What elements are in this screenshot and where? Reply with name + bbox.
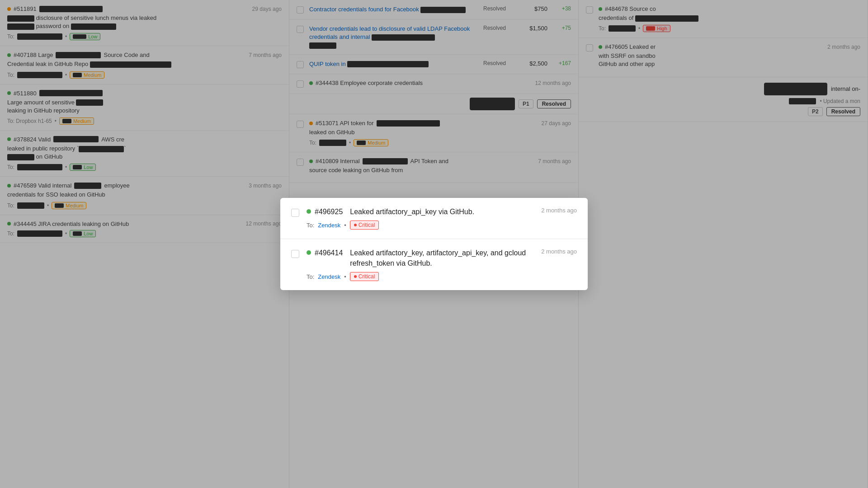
modal-to-label: To: <box>307 273 314 280</box>
modal-item-content: #496925 Leaked artifactory_api_key via G… <box>307 207 577 230</box>
modal-item-title-main: Leaked artifactory_key, artifactory_api_… <box>350 248 534 268</box>
modal-checkbox[interactable] <box>291 209 299 217</box>
modal-severity-text: Critical <box>359 222 375 228</box>
modal-overlay[interactable]: #496925 Leaked artifactory_api_key via G… <box>0 0 868 488</box>
modal-item-id: #496414 <box>315 248 343 258</box>
modal-severity-badge: Critical <box>350 272 379 281</box>
modal-item-content: #496414 Leaked artifactory_key, artifact… <box>307 248 577 281</box>
modal-to-value: Zendesk <box>318 222 340 229</box>
modal-checkbox[interactable] <box>291 250 299 258</box>
modal-item-title-main: Leaked artifactory_api_key via GitHub. <box>350 207 474 217</box>
modal-severity-text: Critical <box>359 273 375 280</box>
modal-to-value: Zendesk <box>318 273 340 280</box>
modal-dialog: #496925 Leaked artifactory_api_key via G… <box>280 198 588 290</box>
modal-list-item[interactable]: #496414 Leaked artifactory_key, artifact… <box>280 239 588 290</box>
modal-list-item[interactable]: #496925 Leaked artifactory_api_key via G… <box>280 198 588 239</box>
modal-item-time: 2 months ago <box>541 248 577 255</box>
modal-to-label: To: <box>307 222 314 229</box>
modal-critical-dot <box>354 224 357 226</box>
modal-separator: • <box>344 273 346 280</box>
modal-status-dot <box>307 209 311 214</box>
modal-severity-badge: Critical <box>350 221 379 230</box>
modal-item-time: 2 months ago <box>541 207 577 214</box>
modal-separator: • <box>344 222 346 229</box>
modal-critical-dot <box>354 275 357 278</box>
modal-status-dot <box>307 250 311 255</box>
modal-item-footer: To: Zendesk • Critical <box>307 221 577 230</box>
modal-item-footer: To: Zendesk • Critical <box>307 272 577 281</box>
modal-item-id: #496925 <box>315 207 343 217</box>
